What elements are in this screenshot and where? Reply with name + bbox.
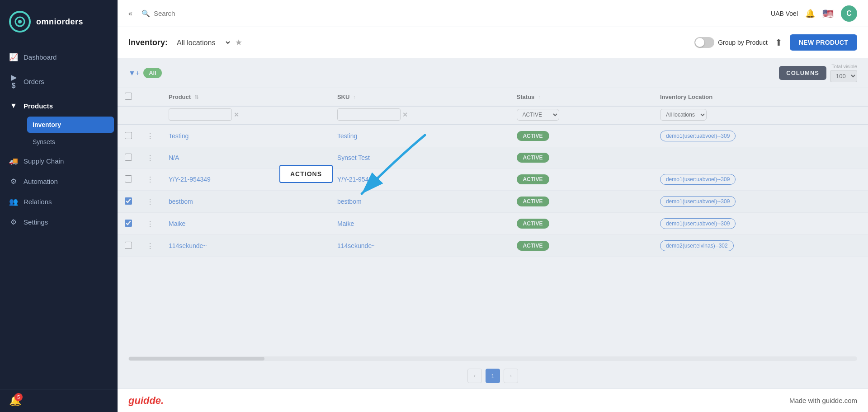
language-flag[interactable]: 🇺🇸 <box>822 8 834 19</box>
row-menu-icon[interactable]: ⋮ <box>146 132 154 140</box>
location-badge[interactable]: demo1(user:uabvoel)--309 <box>660 131 736 141</box>
new-product-button[interactable]: NEW PRODUCT <box>790 34 857 51</box>
location-filter-select[interactable]: All locations demo1 demo2 <box>660 109 707 121</box>
sidebar-item-products[interactable]: ▼ Products <box>0 96 118 116</box>
status-cell: ACTIVE <box>509 147 653 169</box>
product-cell: Testing <box>161 125 330 147</box>
product-link[interactable]: 114sekunde~ <box>169 242 207 249</box>
app-name: omniorders <box>36 17 83 27</box>
page-title-wrap: Inventory: All locations Warehouse A War… <box>128 37 694 49</box>
inventory-table: Product ⇅ SKU ↑ Status ↑ Inventory Locat… <box>118 88 868 257</box>
row-checkbox[interactable] <box>125 220 132 227</box>
company-name: UAB Voel <box>771 10 798 17</box>
sidebar-nav: 📈 Dashboard ▶ $ Orders ▼ Products Invent… <box>0 43 118 389</box>
total-visible-wrap: Total visible 100 25 50 200 All <box>830 64 857 82</box>
pagination-page-1[interactable]: 1 <box>486 369 500 383</box>
row-checkbox[interactable] <box>125 154 132 161</box>
row-menu-cell: ⋮ <box>139 125 161 147</box>
row-checkbox-cell <box>118 235 139 257</box>
product-link[interactable]: N/A <box>169 154 179 161</box>
status-header[interactable]: Status ↑ <box>509 88 653 106</box>
sidebar-item-supply-chain[interactable]: 🚚 Supply Chain <box>0 151 118 171</box>
collapse-button[interactable]: « <box>128 9 132 18</box>
actions-button[interactable]: ACTIONS <box>279 165 333 183</box>
sku-value[interactable]: Synset Test <box>337 154 370 161</box>
product-link[interactable]: Testing <box>169 132 189 140</box>
automation-icon: ⚙ <box>9 177 18 186</box>
product-link[interactable]: bestbom <box>169 198 193 205</box>
filter-input-row: ✕ ✕ ACTIVE INACTIVE <box>118 106 868 125</box>
product-filter-clear-icon[interactable]: ✕ <box>234 111 239 118</box>
sidebar: omniorders 📈 Dashboard ▶ $ Orders ▼ Prod… <box>0 0 118 412</box>
row-checkbox[interactable] <box>125 197 132 205</box>
search-input[interactable] <box>154 9 244 17</box>
product-header[interactable]: Product ⇅ <box>161 88 330 106</box>
search-icon: 🔍 <box>142 9 150 18</box>
location-badge[interactable]: demo2(user:elvinas)--302 <box>660 240 734 251</box>
favorite-star-icon[interactable]: ★ <box>235 37 242 47</box>
sidebar-item-inventory[interactable]: Inventory <box>27 117 114 133</box>
row-menu-cell: ⋮ <box>139 147 161 169</box>
sku-filter-clear-icon[interactable]: ✕ <box>402 111 408 118</box>
sku-header[interactable]: SKU ↑ <box>330 88 509 106</box>
row-menu-cell: ⋮ <box>139 169 161 191</box>
sidebar-item-automation[interactable]: ⚙ Automation <box>0 171 118 192</box>
row-menu-icon[interactable]: ⋮ <box>146 242 154 250</box>
table-header-row: Product ⇅ SKU ↑ Status ↑ Inventory Locat… <box>118 88 868 106</box>
location-badge[interactable]: demo1(user:uabvoel)--309 <box>660 174 736 185</box>
sku-cell: bestbom <box>330 191 509 213</box>
group-by-toggle[interactable] <box>694 37 714 48</box>
row-menu-icon[interactable]: ⋮ <box>146 198 154 206</box>
select-all-checkbox[interactable] <box>125 93 132 100</box>
horizontal-scrollbar[interactable] <box>128 356 857 361</box>
sku-value[interactable]: Y/Y-21-954349 <box>337 176 379 183</box>
group-by-label: Group by Product <box>718 39 768 46</box>
status-badge: ACTIVE <box>517 131 549 141</box>
product-link[interactable]: Maike <box>169 220 185 227</box>
product-filter-input[interactable] <box>169 108 232 121</box>
notification-bell-icon[interactable]: 🔔 <box>805 9 815 19</box>
status-filter-select[interactable]: ACTIVE INACTIVE ALL <box>517 109 559 121</box>
sku-value[interactable]: 114sekunde~ <box>337 242 375 249</box>
location-badge[interactable]: demo1(user:uabvoel)--309 <box>660 218 736 229</box>
sidebar-item-orders[interactable]: ▶ $ Orders <box>0 67 118 96</box>
sku-value[interactable]: bestbom <box>337 198 362 205</box>
sku-filter-input[interactable] <box>337 108 401 121</box>
total-visible-select[interactable]: 100 25 50 200 All <box>830 70 857 82</box>
row-checkbox[interactable] <box>125 132 132 139</box>
supply-chain-icon: 🚚 <box>9 157 18 165</box>
sidebar-item-synsets[interactable]: Synsets <box>27 134 114 150</box>
location-select[interactable]: All locations Warehouse A Warehouse B <box>171 37 231 49</box>
product-link[interactable]: Y/Y-21-954349 <box>169 176 211 183</box>
user-avatar[interactable]: C <box>841 5 857 22</box>
sku-sort-icon: ↑ <box>353 94 356 100</box>
status-badge: ACTIVE <box>517 219 549 229</box>
sku-value[interactable]: Maike <box>337 220 354 227</box>
pagination-prev[interactable]: ‹ <box>467 369 482 383</box>
status-badge: ACTIVE <box>517 241 549 251</box>
sidebar-item-label: Supply Chain <box>24 157 64 165</box>
sku-cell: Synset Test <box>330 147 509 169</box>
filter-icon[interactable]: ▼+ <box>128 69 140 77</box>
sidebar-item-dashboard[interactable]: 📈 Dashboard <box>0 47 118 67</box>
row-menu-icon[interactable]: ⋮ <box>146 154 154 162</box>
filter-tag-all[interactable]: All <box>143 68 162 78</box>
sku-value[interactable]: Testing <box>337 132 357 140</box>
status-cell: ACTIVE <box>509 125 653 147</box>
header-actions: Group by Product ⬆ NEW PRODUCT <box>694 34 857 51</box>
export-button[interactable]: ⬆ <box>775 37 783 48</box>
row-checkbox[interactable] <box>125 175 132 183</box>
status-cell: ACTIVE <box>509 191 653 213</box>
columns-button[interactable]: COLUMNS <box>779 66 826 80</box>
pagination: ‹ 1 › <box>118 363 868 389</box>
sku-filter-wrap: ✕ <box>337 108 502 121</box>
sidebar-item-settings[interactable]: ⚙ Settings <box>0 212 118 232</box>
product-cell: bestbom <box>161 191 330 213</box>
row-menu-icon[interactable]: ⋮ <box>146 220 154 228</box>
location-badge[interactable]: demo1(user:uabvoel)--309 <box>660 196 736 207</box>
sidebar-item-relations[interactable]: 👥 Relations <box>0 192 118 212</box>
row-checkbox[interactable] <box>125 242 132 249</box>
pagination-next[interactable]: › <box>504 369 518 383</box>
footer: guidde. Made with guidde.com <box>118 389 868 412</box>
row-menu-icon[interactable]: ⋮ <box>146 176 154 183</box>
